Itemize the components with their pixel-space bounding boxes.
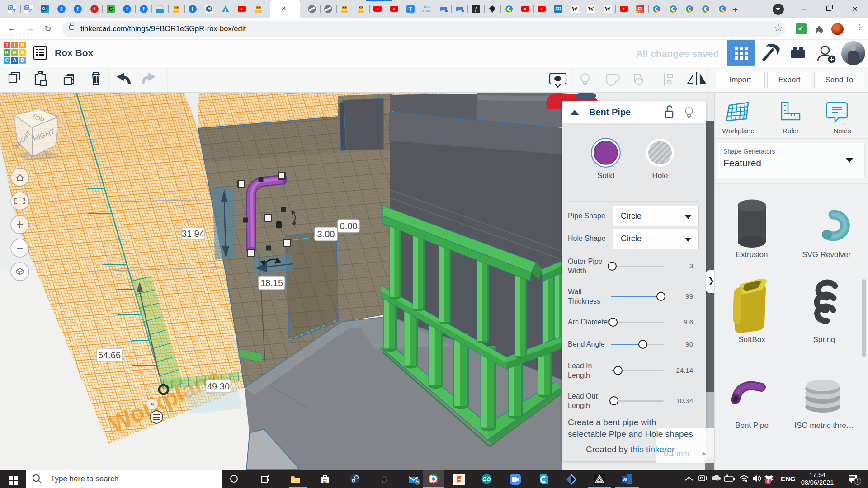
svg-text:49.30: 49.30 <box>207 381 230 391</box>
svg-text:4: 4 <box>767 479 769 484</box>
svg-text:Spring: Spring <box>813 335 835 344</box>
svg-text:54.66: 54.66 <box>98 350 121 360</box>
svg-text:ISO metric thre…: ISO metric thre… <box>794 421 854 430</box>
svg-text:0.00: 0.00 <box>340 221 358 231</box>
svg-text:Bent Pipe: Bent Pipe <box>735 421 769 430</box>
svg-text:SoftBox: SoftBox <box>738 335 765 344</box>
svg-text:SVG Revolver: SVG Revolver <box>802 250 851 259</box>
svg-text:✕: ✕ <box>150 401 155 408</box>
svg-text:Extrusion: Extrusion <box>736 250 768 259</box>
svg-text:1: 1 <box>856 479 859 484</box>
svg-text:18.15: 18.15 <box>260 278 283 288</box>
svg-text:W: W <box>623 477 627 482</box>
svg-text:3.00: 3.00 <box>317 229 335 239</box>
svg-text:31.94: 31.94 <box>182 229 204 239</box>
